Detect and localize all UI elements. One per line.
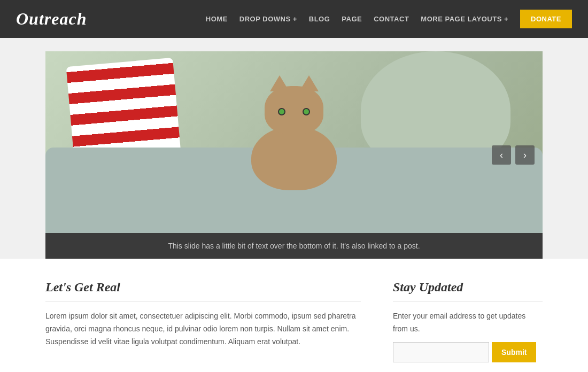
site-logo: Outreach [16,9,87,29]
slider-next-button[interactable]: › [515,145,535,165]
hero-slider: ‹ › This slide has a little bit of text … [45,51,543,259]
cat-eye-left [278,108,285,115]
nav-contact[interactable]: CONTACT [374,15,409,23]
left-section-title: Let's Get Real [45,280,361,294]
nav-home[interactable]: HOME [206,15,228,23]
nav-dropdowns[interactable]: DROP DOWNS + [239,15,297,23]
right-divider [393,301,543,301]
right-section-title: Stay Updated [393,280,543,294]
nav-more[interactable]: MORE PAGE LAYOUTS + [421,15,508,23]
slide-caption: This slide has a little bit of text over… [45,233,543,259]
nav-page[interactable]: PAGE [342,15,362,23]
main-nav: HOME DROP DOWNS + BLOG PAGE CONTACT MORE… [206,10,572,28]
submit-button[interactable]: Submit [492,342,536,362]
slider-prev-button[interactable]: ‹ [492,145,511,165]
left-column: Let's Get Real Lorem ipsum dolor sit ame… [45,280,361,362]
cat-eyes [278,108,310,115]
cat-body [251,126,337,190]
slider-navigation: ‹ › [492,145,535,165]
left-section-body: Lorem ipsum dolor sit amet, consectetuer… [45,310,361,348]
nav-blog[interactable]: BLOG [309,15,330,23]
email-form-row: Submit [393,342,543,362]
donate-button[interactable]: DONATE [520,10,572,28]
email-input[interactable] [393,342,489,362]
cat-eye-right [303,108,310,115]
left-divider [45,301,361,301]
slider-image [45,51,543,233]
site-header: Outreach HOME DROP DOWNS + BLOG PAGE CON… [0,0,588,38]
right-column: Stay Updated Enter your email address to… [393,280,543,362]
main-content: Let's Get Real Lorem ipsum dolor sit ame… [0,259,588,372]
right-section-description: Enter your email address to get updates … [393,310,543,336]
